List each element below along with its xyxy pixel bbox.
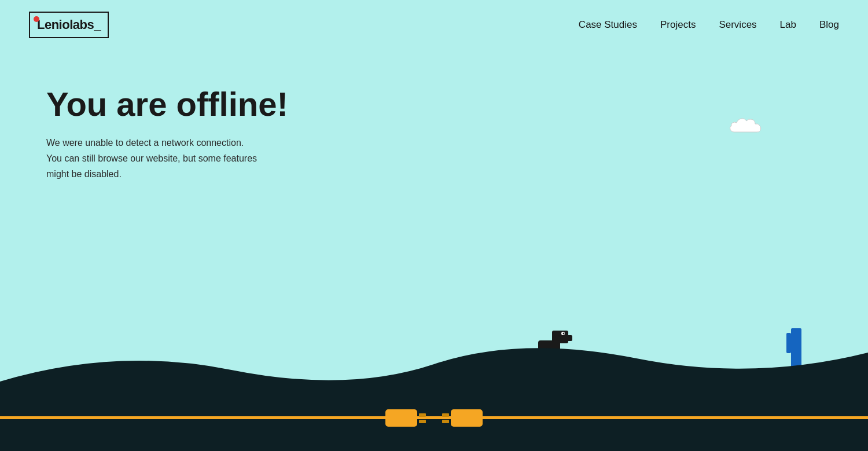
wave-section: [0, 312, 868, 451]
main-content: You are offline! We were unable to detec…: [0, 50, 868, 182]
logo-text: Leniolabs_: [37, 17, 101, 32]
nav-services[interactable]: Services: [719, 19, 756, 31]
nav-lab[interactable]: Lab: [780, 19, 796, 31]
nav: Case Studies Projects Services Lab Blog: [579, 19, 839, 31]
plug-left: [385, 409, 426, 427]
plug-connector: [385, 409, 483, 427]
logo-dot: [34, 16, 39, 22]
logo[interactable]: Leniolabs_: [29, 12, 109, 38]
nav-case-studies[interactable]: Case Studies: [579, 19, 637, 31]
plug-right: [442, 409, 483, 427]
header: Leniolabs_ Case Studies Projects Service…: [0, 0, 868, 50]
offline-description: We were unable to detect a network conne…: [46, 135, 324, 182]
nav-blog[interactable]: Blog: [819, 19, 839, 31]
nav-projects[interactable]: Projects: [660, 19, 696, 31]
offline-title: You are offline!: [46, 85, 839, 123]
